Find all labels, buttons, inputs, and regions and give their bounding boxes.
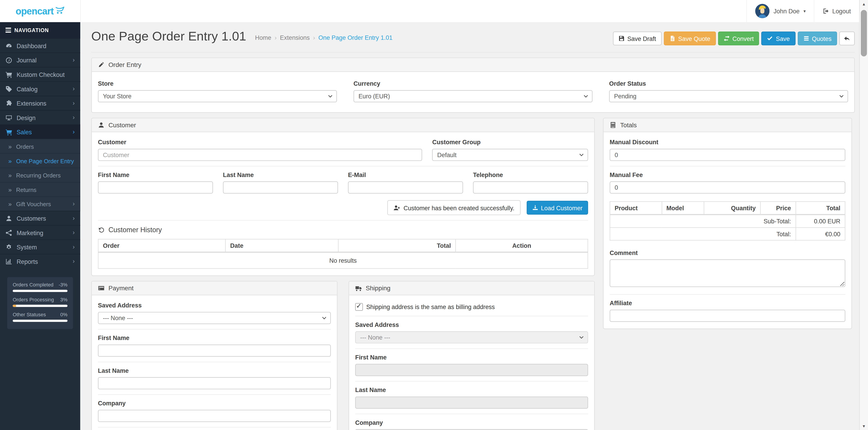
stat-label: Other Statuses (13, 312, 46, 318)
convert-button[interactable]: Convert (718, 31, 759, 45)
divider (98, 427, 331, 427)
payment-first-name-label: First Name (98, 335, 331, 341)
gear-icon (5, 244, 12, 250)
vertical-scrollbar[interactable]: ▲ ▼ (859, 0, 868, 430)
divider (355, 316, 588, 316)
progress-bar (13, 290, 67, 292)
sidebar-subitem-orders[interactable]: » Orders (0, 139, 80, 153)
email-field-group: E-Mail (348, 171, 463, 194)
sidebar-item-kustom-checkout[interactable]: Kustom Checkout (0, 67, 80, 81)
logout-button[interactable]: Logout (814, 0, 859, 22)
telephone-field-group: Telephone (473, 171, 588, 194)
exchange-icon (723, 35, 730, 42)
sidebar-stats-panel: Orders Completed -3% Orders Processing 3… (7, 277, 73, 329)
customer-field-group: Customer (98, 139, 422, 161)
sidebar-subitem-gift-vouchers[interactable]: » Gift Vouchers › (0, 196, 80, 211)
hamburger-icon[interactable] (5, 28, 11, 33)
quotes-button[interactable]: Quotes (798, 31, 837, 45)
order-entry-panel: Order Entry Store Your Store Currency (91, 58, 855, 113)
sidebar-subitem-returns[interactable]: » Returns (0, 182, 80, 196)
store-label: Store (98, 80, 337, 87)
shipping-last-name-input[interactable] (355, 397, 588, 409)
column-header-date: Date (225, 239, 338, 252)
manual-discount-label: Manual Discount (610, 139, 845, 145)
logout-label: Logout (832, 8, 851, 14)
payment-company-input[interactable] (98, 410, 331, 422)
breadcrumb-home[interactable]: Home (255, 34, 271, 41)
save-quote-button[interactable]: Save Quote (664, 31, 716, 45)
shipping-first-name-input[interactable] (355, 364, 588, 376)
save-button[interactable]: Save (762, 31, 795, 45)
manual-fee-input[interactable] (610, 181, 845, 194)
divider (98, 362, 331, 362)
manual-discount-input[interactable] (610, 149, 845, 161)
sidebar-item-system[interactable]: System › (0, 239, 80, 254)
customer-created-alert: Customer has been created successfully. (388, 200, 520, 215)
back-button[interactable] (839, 31, 855, 45)
save-draft-button[interactable]: Save Draft (613, 31, 661, 45)
journal-icon (5, 57, 12, 63)
telephone-input[interactable] (473, 181, 588, 194)
customer-history-table: Order Date Total Action No results (98, 239, 588, 269)
column-header-model: Model (662, 202, 704, 214)
affiliate-input[interactable] (610, 310, 845, 322)
chevron-right-icon: › (72, 258, 74, 264)
sidebar-subitem-recurring-orders[interactable]: » Recurring Orders (0, 168, 80, 182)
chevron-right-icon: › (72, 229, 74, 236)
customer-group-select[interactable]: Default (432, 149, 588, 161)
first-name-field-group: First Name (98, 171, 213, 194)
total-value: €0.00 (796, 228, 845, 240)
sidebar-subitem-one-page-order-entry[interactable]: » One Page Order Entry (0, 153, 80, 168)
comment-textarea[interactable] (610, 259, 845, 287)
divider (355, 381, 588, 382)
sidebar-item-customers[interactable]: Customers › (0, 211, 80, 225)
opencart-logo[interactable]: opencart (0, 0, 81, 22)
chevron-right-icon: › (72, 86, 74, 92)
column-header-total: Total (338, 239, 456, 252)
sidebar-item-dashboard[interactable]: Dashboard (0, 38, 80, 53)
breadcrumb-current[interactable]: One Page Order Entry 1.01 (310, 34, 393, 41)
sidebar-item-reports[interactable]: Reports › (0, 254, 80, 268)
customer-input[interactable] (98, 149, 422, 161)
sidebar-subitem-label: Returns (16, 186, 36, 193)
last-name-input[interactable] (223, 181, 338, 194)
payment-last-name-input[interactable] (98, 377, 331, 389)
double-chevron-icon: » (8, 186, 12, 193)
sidebar-item-design[interactable]: Design › (0, 110, 80, 125)
payment-first-name-input[interactable] (98, 344, 331, 357)
same-address-label: Shipping address is the same as billing … (366, 304, 495, 310)
payment-panel: Payment Saved Address --- None --- First… (91, 281, 338, 430)
load-customer-button[interactable]: Load Customer (527, 201, 588, 214)
top-header-spacer (81, 0, 746, 22)
sidebar-subitem-label: Orders (16, 143, 34, 150)
sidebar-item-extensions[interactable]: Extensions › (0, 96, 80, 110)
payment-heading: Payment (92, 282, 337, 295)
cart-logo-icon (55, 6, 65, 13)
scroll-up-arrow[interactable]: ▲ (860, 0, 868, 8)
stat-value: 3% (60, 297, 68, 302)
order-status-field-group: Order Status Pending (609, 80, 848, 102)
divider (98, 220, 588, 221)
currency-select[interactable]: Euro (EUR) (353, 90, 592, 102)
email-input[interactable] (348, 181, 463, 194)
same-address-checkbox[interactable] (355, 303, 363, 311)
shipping-company-input[interactable] (355, 429, 588, 430)
order-status-select[interactable]: Pending (609, 90, 848, 102)
payment-saved-address-label: Saved Address (98, 302, 331, 308)
sidebar-item-journal[interactable]: Journal › (0, 53, 80, 67)
breadcrumb-extensions[interactable]: Extensions (271, 34, 310, 41)
breadcrumb: Home Extensions One Page Order Entry 1.0… (255, 29, 393, 41)
first-name-input[interactable] (98, 181, 213, 194)
shipping-saved-address-select[interactable]: --- None --- (355, 331, 588, 343)
sidebar-item-sales[interactable]: Sales › (0, 124, 80, 139)
subtotal-value: 0.00 EUR (796, 214, 845, 227)
store-select[interactable]: Your Store (98, 90, 337, 102)
bar-chart-icon (5, 258, 12, 265)
scroll-down-arrow[interactable]: ▼ (860, 422, 868, 430)
manual-fee-label: Manual Fee (610, 171, 845, 178)
sidebar-item-marketing[interactable]: Marketing › (0, 225, 80, 240)
sidebar-item-catalog[interactable]: Catalog › (0, 81, 80, 96)
payment-saved-address-select[interactable]: --- None --- (98, 312, 331, 324)
scrollbar-thumb[interactable] (861, 10, 867, 56)
user-menu-dropdown[interactable]: John Doe ▾ (746, 0, 814, 22)
